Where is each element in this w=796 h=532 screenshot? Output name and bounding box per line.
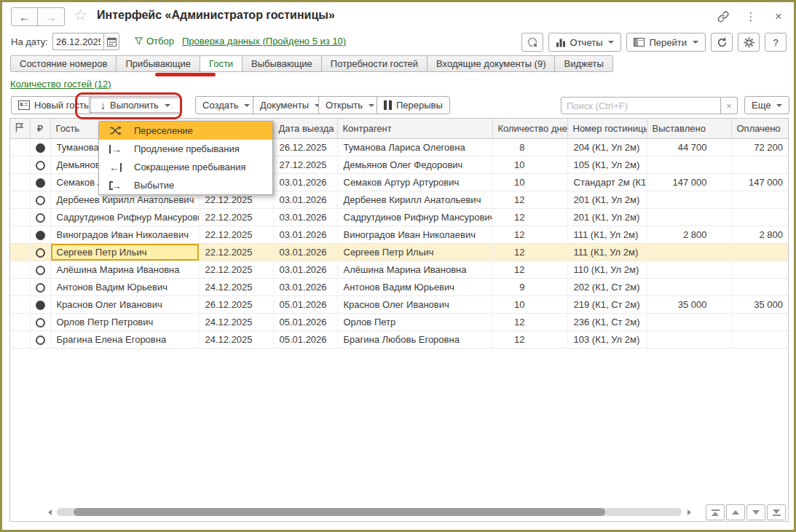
cell-days[interactable]: 10 (492, 173, 567, 191)
cell-flag[interactable] (10, 295, 30, 313)
cell-counterparty[interactable]: Туманова Лариса Олеговна (337, 138, 492, 156)
cell-billed[interactable]: 44 700 (647, 138, 731, 156)
cell-flag[interactable] (10, 173, 30, 191)
cell-paid_mark[interactable] (30, 261, 50, 278)
cell-flag[interactable] (10, 330, 30, 348)
tab-room-status[interactable]: Состояние номеров (10, 55, 117, 72)
cell-guest[interactable]: Садрутдинов Рифнур Мансурович (50, 208, 199, 226)
cell-counterparty[interactable]: Садрутдинов Рифнур Мансурович (337, 208, 492, 226)
cell-days[interactable]: 8 (492, 138, 567, 156)
column-header-room[interactable]: Номер гостиницы (567, 119, 647, 138)
cell-checkin[interactable]: 26.12.2025 (199, 295, 273, 313)
date-input[interactable] (52, 33, 103, 50)
cell-billed[interactable] (647, 313, 731, 330)
cell-checkin[interactable]: 22.12.2025 (199, 208, 273, 226)
cell-billed[interactable] (647, 208, 731, 226)
cell-checkin[interactable]: 24.12.2025 (199, 313, 273, 330)
cell-checkin[interactable]: 22.12.2025 (199, 243, 273, 261)
go-first-row-button[interactable] (706, 504, 725, 520)
more-menu-icon[interactable]: ⋮ (743, 9, 759, 25)
cell-flag[interactable] (10, 208, 30, 226)
forward-button[interactable]: → (38, 7, 65, 26)
cell-paid_mark[interactable] (30, 313, 50, 330)
cell-counterparty[interactable]: Краснов Олег Иванович (337, 295, 492, 313)
create-button[interactable]: Создать (195, 96, 257, 114)
calendar-icon[interactable] (103, 33, 119, 50)
cell-paid[interactable] (731, 261, 788, 278)
refresh-button[interactable] (711, 33, 733, 52)
cell-guest[interactable]: Брагина Елена Егоровна (50, 330, 199, 348)
scrollbar-track[interactable] (57, 508, 682, 516)
cell-checkout[interactable]: 26.12.2025 (273, 138, 337, 156)
cell-room[interactable]: 111 (К1, Ул 2м) (567, 226, 647, 243)
search-clear-icon[interactable]: × (721, 97, 738, 114)
cell-days[interactable]: 12 (492, 208, 567, 226)
cell-counterparty[interactable]: Семаков Артур Артурович (337, 173, 492, 191)
cell-paid_mark[interactable] (30, 226, 50, 243)
cell-flag[interactable] (10, 156, 30, 173)
cell-paid_mark[interactable] (30, 278, 50, 295)
cell-days[interactable]: 12 (492, 243, 567, 261)
cell-checkout[interactable]: 03.01.2026 (273, 208, 337, 226)
column-header-billed[interactable]: Выставлено (647, 119, 731, 138)
cell-days[interactable]: 10 (492, 295, 567, 313)
menu-item-shorten-stay[interactable]: ←Сокращение пребывания (99, 158, 272, 176)
menu-item-relocation[interactable]: Переселение (99, 122, 272, 140)
cell-checkout[interactable]: 03.01.2026 (273, 278, 337, 295)
reports-button[interactable]: Отчеты (548, 33, 622, 52)
cell-days[interactable]: 12 (492, 261, 567, 278)
cell-paid[interactable]: 72 200 (731, 138, 788, 156)
table-row[interactable]: Орлов Петр Петрович24.12.202505.01.2026О… (10, 313, 788, 330)
cell-days[interactable]: 12 (492, 330, 567, 348)
cell-paid_mark[interactable] (30, 295, 50, 313)
breaks-button[interactable]: Перерывы (377, 96, 450, 114)
column-header-checkout[interactable]: Дата выезда↓ (273, 119, 337, 138)
tab-departing[interactable]: Выбывающие (243, 55, 322, 72)
cell-flag[interactable] (10, 226, 30, 243)
table-row[interactable]: Садрутдинов Рифнур Мансурович22.12.20250… (10, 208, 788, 226)
cell-checkin[interactable]: 24.12.2025 (199, 278, 273, 295)
cell-guest[interactable]: Сергеев Петр Ильич (50, 243, 199, 261)
cell-paid[interactable] (731, 313, 788, 330)
cell-days[interactable]: 12 (492, 191, 567, 208)
cell-paid[interactable] (731, 156, 788, 173)
close-icon[interactable]: × (771, 9, 787, 25)
cell-counterparty[interactable]: Виноградов Иван Николаевич (337, 226, 492, 243)
cell-billed[interactable]: 147 000 (647, 173, 731, 191)
cell-billed[interactable]: 2 800 (647, 226, 731, 243)
open-button[interactable]: Открыть (318, 96, 382, 114)
table-row[interactable]: Антонов Вадим Юрьевич24.12.202503.01.202… (10, 278, 788, 295)
favorite-star-icon[interactable]: ☆ (74, 7, 87, 24)
cell-counterparty[interactable]: Брагина Любовь Егоровна (337, 330, 492, 348)
column-header-counterparty[interactable]: Контрагент (337, 119, 492, 138)
cell-billed[interactable] (647, 156, 731, 173)
tab-arriving[interactable]: Прибывающие (117, 55, 200, 72)
search-input[interactable] (561, 97, 721, 114)
next-row-button[interactable] (746, 504, 765, 520)
cell-paid[interactable]: 147 000 (731, 173, 788, 191)
tab-guest-needs[interactable]: Потребности гостей (322, 55, 427, 72)
help-button[interactable]: ? (765, 33, 787, 52)
cell-flag[interactable] (10, 313, 30, 330)
cell-paid[interactable]: 2 800 (731, 226, 788, 243)
cell-room[interactable]: 202 (К1, Ст 2м) (567, 278, 647, 295)
cell-guest[interactable]: Орлов Петр Петрович (50, 313, 199, 330)
go-last-row-button[interactable] (767, 504, 786, 520)
column-header-paid_mark[interactable]: ₽ (30, 119, 50, 138)
cell-paid[interactable] (731, 278, 788, 295)
documents-button[interactable]: Документы (253, 96, 328, 114)
table-row[interactable]: Виноградов Иван Николаевич22.12.202503.0… (10, 226, 788, 243)
menu-item-extend-stay[interactable]: →Продление пребывания (99, 140, 272, 158)
cell-billed[interactable] (647, 278, 731, 295)
cell-flag[interactable] (10, 191, 30, 208)
cell-room[interactable]: 111 (К1, Ул 2м) (567, 243, 647, 261)
cell-checkout[interactable]: 03.01.2026 (273, 226, 337, 243)
tab-incoming-docs[interactable]: Входящие документы (9) (427, 55, 555, 72)
column-header-flag[interactable] (10, 119, 30, 138)
menu-item-departure[interactable]: →Выбытие (99, 176, 272, 194)
cell-counterparty[interactable]: Орлов Петр (337, 313, 492, 330)
cell-room[interactable]: 201 (К1, Ул 2м) (567, 208, 647, 226)
table-row[interactable]: Сергеев Петр Ильич22.12.202503.01.2026Се… (10, 243, 788, 261)
cell-paid_mark[interactable] (30, 243, 50, 261)
cell-room[interactable]: 201 (К1, Ул 2м) (567, 191, 647, 208)
